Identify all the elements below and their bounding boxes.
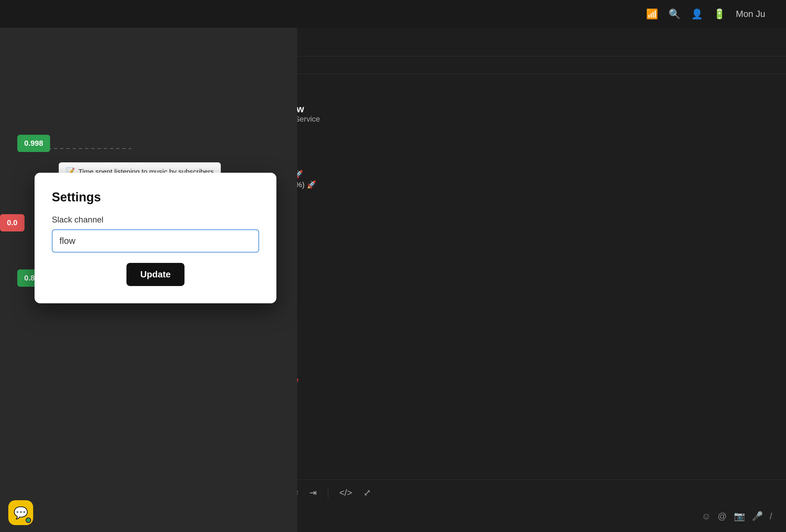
video-icon[interactable]: 📷 <box>734 511 745 522</box>
search-icon[interactable]: 🔍 <box>669 8 681 20</box>
mic-icon[interactable]: 🎤 <box>752 511 763 522</box>
flow-node-2: 0.0 <box>0 214 25 231</box>
expand-button[interactable]: ⤢ <box>361 485 373 500</box>
online-dot <box>26 517 31 523</box>
clock: Mon Ju <box>736 9 765 19</box>
toolbar-separator-2 <box>328 487 328 498</box>
mention-icon[interactable]: @ <box>718 511 727 522</box>
indent-button[interactable]: ⇥ <box>307 485 319 500</box>
update-button[interactable]: Update <box>126 263 184 286</box>
code-button[interactable]: </> <box>337 485 354 500</box>
format-icon[interactable]: / <box>770 511 772 522</box>
top-bar: 📶 🔍 👤 🔋 Mon Ju <box>0 0 786 28</box>
main-area: 0.998 0.0 0.888 📝 Time spent listening t… <box>0 28 786 532</box>
wifi-icon: 📶 <box>646 8 658 20</box>
input-actions: ☺ @ 📷 🎤 / <box>702 511 772 522</box>
slack-channel-label: Slack channel <box>52 215 259 225</box>
message-button[interactable]: 💬 <box>8 500 33 525</box>
modal-title: Settings <box>52 190 259 205</box>
emoji-icon[interactable]: ☺ <box>702 511 711 522</box>
user-icon: 👤 <box>691 8 703 20</box>
flow-node-1: 0.998 <box>17 135 50 152</box>
slack-channel-input[interactable] <box>52 229 259 253</box>
battery-icon: 🔋 <box>713 8 726 20</box>
settings-modal: Settings Slack channel Update <box>35 173 276 303</box>
